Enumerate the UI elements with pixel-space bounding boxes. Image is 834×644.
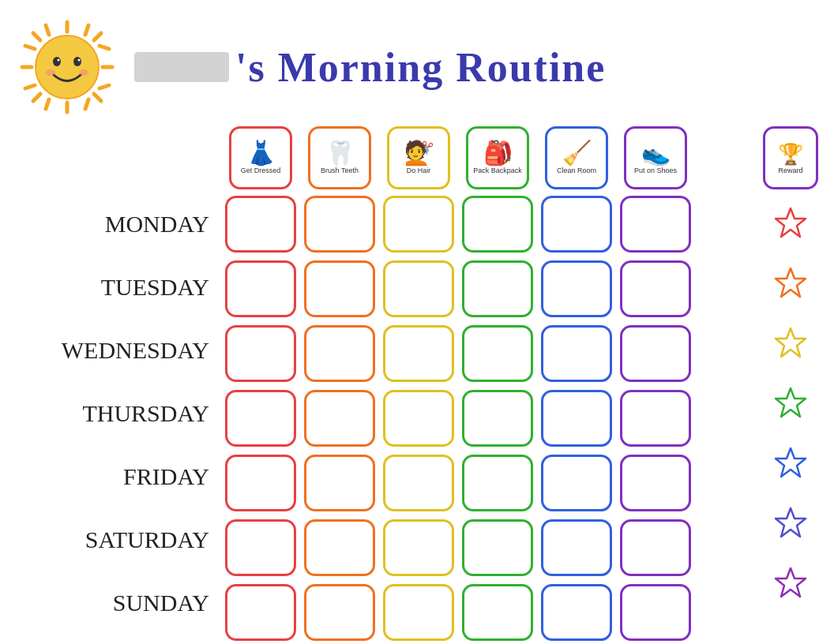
task-icon-box-get-dressed: 👗Get Dressed: [229, 126, 292, 189]
task-label-clean-room: Clean Room: [557, 167, 596, 174]
reward-star-friday[interactable]: [767, 436, 814, 492]
days-column: MONDAYTUESDAYWEDNESDAYTHURSDAYFRIDAYSATU…: [24, 126, 221, 644]
svg-line-14: [46, 99, 49, 109]
check-cell-wednesday-do-hair[interactable]: [383, 325, 454, 382]
day-row-saturday: [221, 516, 759, 579]
reward-label: Reward: [778, 167, 802, 174]
check-cell-friday-brush-teeth[interactable]: [304, 455, 375, 511]
svg-line-8: [46, 25, 49, 35]
check-cell-tuesday-do-hair[interactable]: [383, 260, 454, 317]
svg-marker-28: [776, 508, 806, 537]
check-cell-tuesday-get-dressed[interactable]: [225, 260, 296, 317]
reward-star-wednesday[interactable]: [767, 316, 814, 373]
day-rows: [221, 193, 759, 644]
task-icon-get-dressed: 👗: [246, 141, 276, 165]
svg-line-4: [33, 33, 40, 40]
svg-line-15: [85, 25, 88, 35]
svg-point-21: [58, 59, 60, 62]
task-icon-box-put-on-shoes: 👟Put on Shoes: [624, 126, 687, 189]
check-cell-saturday-put-on-shoes[interactable]: [620, 519, 691, 576]
svg-marker-29: [776, 568, 806, 597]
svg-point-20: [79, 69, 88, 76]
check-cell-monday-put-on-shoes[interactable]: [620, 196, 691, 253]
check-cell-saturday-pack-backpack[interactable]: [462, 519, 533, 576]
check-cell-friday-do-hair[interactable]: [383, 455, 454, 511]
check-cell-sunday-brush-teeth[interactable]: [304, 584, 375, 641]
task-header-brush-teeth: 🦷Brush Teeth: [304, 126, 375, 189]
check-cell-tuesday-brush-teeth[interactable]: [304, 260, 375, 317]
check-cell-monday-pack-backpack[interactable]: [462, 196, 533, 253]
svg-line-12: [25, 85, 35, 88]
check-cell-thursday-clean-room[interactable]: [541, 390, 612, 447]
page: 's Morning Routine MONDAYTUESDAYWEDNESDA…: [0, 0, 834, 644]
day-label-friday: FRIDAY: [24, 445, 221, 508]
svg-point-18: [73, 57, 81, 66]
check-cell-saturday-do-hair[interactable]: [383, 519, 454, 576]
task-label-get-dressed: Get Dressed: [241, 167, 281, 174]
day-row-monday: [221, 193, 759, 256]
check-cell-tuesday-pack-backpack[interactable]: [462, 260, 533, 317]
check-cell-wednesday-put-on-shoes[interactable]: [620, 325, 691, 382]
reward-star-thursday[interactable]: [767, 376, 814, 432]
task-label-brush-teeth: Brush Teeth: [321, 167, 359, 174]
check-cell-thursday-pack-backpack[interactable]: [462, 390, 533, 447]
reward-star-sunday[interactable]: [767, 556, 814, 612]
reward-header: 🏆 Reward: [763, 126, 818, 189]
svg-marker-27: [776, 448, 806, 477]
check-cell-sunday-put-on-shoes[interactable]: [620, 584, 691, 641]
check-cell-wednesday-get-dressed[interactable]: [225, 325, 296, 382]
reward-star-tuesday[interactable]: [767, 256, 814, 313]
task-label-put-on-shoes: Put on Shoes: [634, 167, 677, 174]
check-cell-tuesday-put-on-shoes[interactable]: [620, 260, 691, 317]
check-cell-saturday-brush-teeth[interactable]: [304, 519, 375, 576]
task-icon-put-on-shoes: 👟: [641, 141, 671, 165]
check-cell-monday-brush-teeth[interactable]: [304, 196, 375, 253]
check-cell-sunday-do-hair[interactable]: [383, 584, 454, 641]
check-cell-monday-do-hair[interactable]: [383, 196, 454, 253]
svg-line-13: [100, 46, 109, 49]
check-cell-friday-put-on-shoes[interactable]: [620, 455, 691, 511]
name-input-box[interactable]: [134, 52, 229, 82]
reward-column: 🏆 Reward: [763, 126, 818, 644]
check-cell-sunday-get-dressed[interactable]: [225, 584, 296, 641]
check-cell-wednesday-brush-teeth[interactable]: [304, 325, 375, 382]
check-cell-monday-clean-room[interactable]: [541, 196, 612, 253]
check-cell-saturday-get-dressed[interactable]: [225, 519, 296, 576]
check-cell-monday-get-dressed[interactable]: [225, 196, 296, 253]
check-cell-saturday-clean-room[interactable]: [541, 519, 612, 576]
task-icon-box-brush-teeth: 🦷Brush Teeth: [308, 126, 371, 189]
check-cell-thursday-brush-teeth[interactable]: [304, 390, 375, 447]
day-label-sunday: SUNDAY: [24, 571, 221, 635]
svg-line-6: [94, 33, 101, 40]
check-cell-thursday-put-on-shoes[interactable]: [620, 390, 691, 447]
check-cell-sunday-clean-room[interactable]: [541, 584, 612, 641]
task-label-do-hair: Do Hair: [407, 167, 431, 174]
check-cell-friday-pack-backpack[interactable]: [462, 455, 533, 511]
page-title: 's Morning Routine: [235, 44, 606, 91]
task-headers: 👗Get Dressed🦷Brush Teeth💇Do Hair🎒Pack Ba…: [221, 126, 759, 189]
check-cell-tuesday-clean-room[interactable]: [541, 260, 612, 317]
svg-point-17: [53, 57, 61, 66]
reward-star-monday[interactable]: [767, 196, 814, 253]
svg-marker-26: [776, 388, 806, 417]
day-label-saturday: SATURDAY: [24, 508, 221, 571]
svg-marker-23: [776, 208, 806, 237]
sun-illustration: [16, 16, 118, 118]
check-cell-thursday-get-dressed[interactable]: [225, 390, 296, 447]
tasks-area: 👗Get Dressed🦷Brush Teeth💇Do Hair🎒Pack Ba…: [221, 126, 759, 644]
check-cell-sunday-pack-backpack[interactable]: [462, 584, 533, 641]
check-cell-friday-clean-room[interactable]: [541, 455, 612, 511]
day-label-wednesday: WEDNESDAY: [24, 319, 221, 382]
reward-star-saturday[interactable]: [767, 496, 814, 552]
task-icon-do-hair: 💇: [404, 141, 434, 165]
day-row-thursday: [221, 387, 759, 450]
svg-point-22: [78, 59, 81, 62]
day-label-tuesday: TUESDAY: [24, 256, 221, 319]
svg-point-16: [36, 36, 99, 99]
check-cell-thursday-do-hair[interactable]: [383, 390, 454, 447]
check-cell-friday-get-dressed[interactable]: [225, 455, 296, 511]
check-cell-wednesday-clean-room[interactable]: [541, 325, 612, 382]
check-cell-wednesday-pack-backpack[interactable]: [462, 325, 533, 382]
svg-line-5: [94, 94, 101, 101]
svg-line-10: [25, 46, 35, 49]
